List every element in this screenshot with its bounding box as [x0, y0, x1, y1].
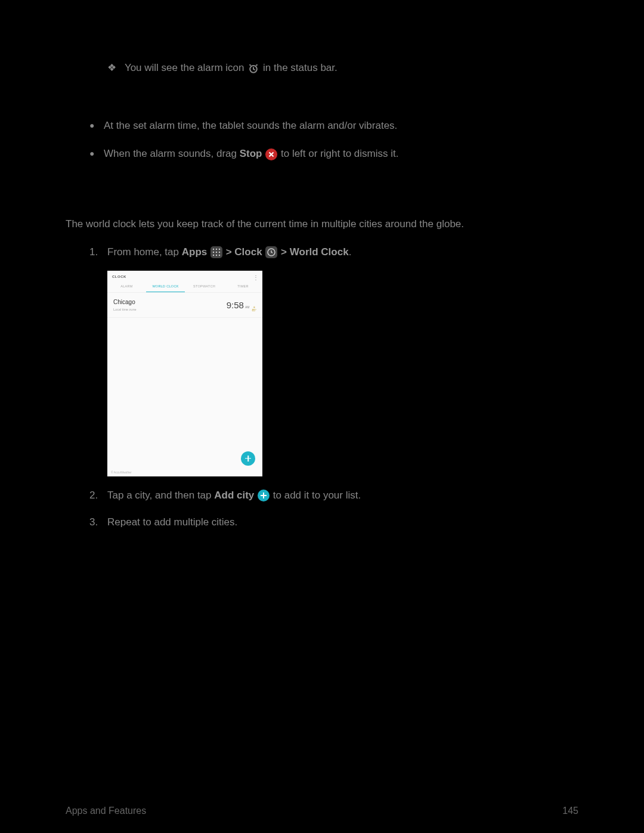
clock-keyword: Clock [234, 246, 262, 258]
ss-footer: © AccuWeather [111, 470, 132, 475]
world-clock-keyword: World Clock [290, 246, 349, 258]
svg-point-3 [219, 249, 220, 250]
stop-keyword: Stop [240, 148, 262, 159]
clock-icon [265, 246, 277, 258]
svg-point-7 [213, 255, 214, 256]
step-number: 3. [89, 514, 107, 530]
stop-icon [265, 148, 277, 160]
apps-icon [210, 246, 222, 258]
svg-point-4 [213, 252, 214, 253]
more-icon: ⋮ [253, 273, 259, 283]
footer-page-number: 145 [562, 806, 578, 816]
world-clock-description: The world clock lets you keep track of t… [66, 216, 578, 232]
page-content: ❖ You will see the alarm icon in the sta… [0, 0, 644, 530]
city-row: Chicago Local time zone 9:58 AM ☀85° [107, 293, 262, 318]
bullet-text: When the alarm sounds, drag Stop to left… [104, 145, 578, 162]
text: You will see the alarm icon [125, 62, 244, 73]
step-text: Repeat to add multiple cities. [107, 514, 578, 530]
svg-point-2 [216, 249, 217, 250]
city-name: Chicago [113, 298, 137, 307]
add-city-icon [258, 490, 270, 501]
step-number: 2. [89, 487, 107, 503]
step-number: 1. [89, 244, 107, 260]
step-1: 1. From home, tap Apps > Clock > World C… [89, 244, 578, 260]
add-fab-icon [241, 451, 255, 466]
page-footer: Apps and Features 145 [66, 806, 578, 816]
step-text: From home, tap Apps > Clock > World Cloc… [107, 244, 578, 260]
bullet-text: At the set alarm time, the tablet sounds… [104, 117, 578, 134]
tab-world-clock: WORLD CLOCK [146, 282, 185, 293]
city-time: 9:58 [227, 298, 244, 312]
sub-bullet-alarm-icon: ❖ You will see the alarm icon in the sta… [107, 60, 578, 76]
footer-section: Apps and Features [66, 806, 146, 816]
bullet-mark: ● [89, 117, 104, 132]
city-ampm: AM [245, 305, 250, 309]
bullet-mark: ● [89, 145, 104, 160]
bullet-dismiss: ● When the alarm sounds, drag Stop to le… [89, 145, 578, 162]
alarm-icon [247, 63, 259, 75]
svg-point-8 [216, 255, 217, 256]
diamond-bullet: ❖ [107, 62, 116, 73]
svg-point-9 [219, 255, 220, 256]
step-text: Tap a city, and then tap Add city to add… [107, 487, 578, 503]
world-clock-screenshot: CLOCK ⋮ ALARM WORLD CLOCK STOPWATCH TIME… [107, 271, 262, 476]
ss-tabs: ALARM WORLD CLOCK STOPWATCH TIMER [107, 282, 262, 293]
step-3: 3. Repeat to add multiple cities. [89, 514, 578, 530]
ss-title: CLOCK [107, 271, 262, 282]
text: in the status bar. [263, 62, 338, 73]
tab-alarm: ALARM [107, 282, 146, 293]
apps-keyword: Apps [182, 246, 208, 258]
svg-point-6 [219, 252, 220, 253]
bullet-alarm-time: ● At the set alarm time, the tablet soun… [89, 117, 578, 134]
svg-point-1 [213, 249, 214, 250]
add-city-keyword: Add city [214, 490, 254, 501]
tab-stopwatch: STOPWATCH [185, 282, 224, 293]
svg-point-5 [216, 252, 217, 253]
city-zone: Local time zone [113, 307, 137, 312]
tab-timer: TIMER [224, 282, 262, 293]
step-2: 2. Tap a city, and then tap Add city to … [89, 487, 578, 503]
city-weather: ☀85° [252, 306, 256, 312]
